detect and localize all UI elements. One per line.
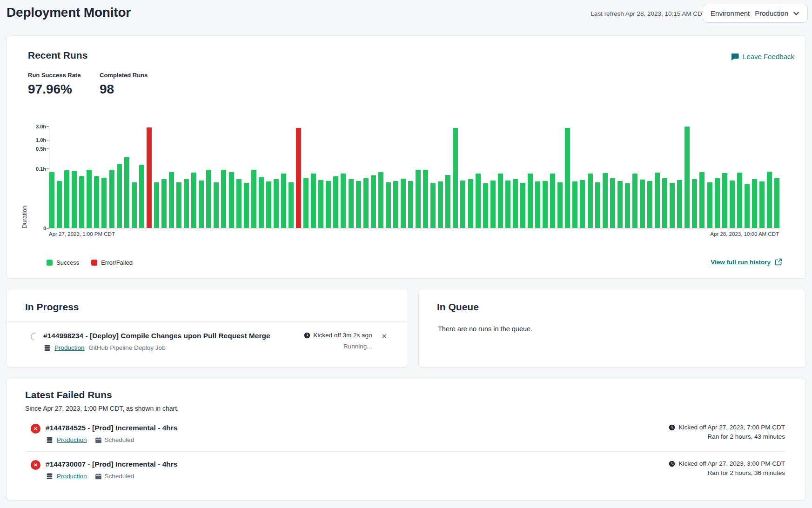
chart-bar[interactable] bbox=[281, 174, 286, 228]
chart-bar[interactable] bbox=[161, 179, 167, 228]
chart-bar[interactable] bbox=[236, 179, 242, 228]
chart-bar[interactable] bbox=[386, 182, 391, 228]
chart-bar[interactable] bbox=[371, 175, 376, 228]
chart-bar[interactable] bbox=[580, 180, 585, 228]
chart-bar[interactable] bbox=[289, 182, 294, 228]
close-icon[interactable]: ✕ bbox=[381, 332, 387, 340]
chart-bar[interactable] bbox=[535, 181, 540, 228]
chart-bar[interactable] bbox=[87, 170, 92, 228]
chart-bar[interactable] bbox=[57, 181, 62, 228]
chart-bar[interactable] bbox=[730, 180, 735, 228]
chart-bar[interactable] bbox=[199, 180, 204, 228]
leave-feedback-link[interactable]: Leave Feedback bbox=[731, 53, 794, 60]
chart-bar[interactable] bbox=[752, 179, 757, 228]
chart-bar[interactable] bbox=[101, 178, 107, 228]
chart-bar[interactable] bbox=[94, 176, 99, 228]
failed-run-environment-link[interactable]: Production bbox=[57, 436, 87, 443]
environment-dropdown[interactable]: Environment Production bbox=[703, 4, 808, 23]
chart-bar[interactable] bbox=[632, 174, 638, 228]
chart-bar[interactable] bbox=[722, 173, 727, 228]
chart-bar[interactable] bbox=[565, 128, 570, 228]
chart-bar[interactable] bbox=[707, 182, 712, 228]
chart-bar[interactable] bbox=[49, 172, 54, 228]
chart-bar[interactable] bbox=[543, 181, 548, 228]
chart-bar[interactable] bbox=[677, 180, 682, 228]
chart-bar[interactable] bbox=[356, 181, 361, 228]
chart-bar[interactable] bbox=[333, 176, 338, 228]
chart-bar[interactable] bbox=[759, 181, 765, 228]
chart-bar[interactable] bbox=[460, 180, 465, 228]
chart-bar[interactable] bbox=[191, 173, 196, 228]
chart-bar[interactable] bbox=[483, 183, 488, 228]
chart-bar[interactable] bbox=[520, 183, 525, 228]
chart-bar[interactable] bbox=[72, 171, 77, 228]
chart-bar[interactable] bbox=[154, 182, 159, 228]
chart-bar[interactable] bbox=[476, 174, 481, 228]
chart-bar[interactable] bbox=[79, 176, 84, 228]
chart-bar[interactable] bbox=[490, 180, 496, 228]
chart-bar[interactable] bbox=[557, 182, 563, 228]
chart-bar[interactable] bbox=[647, 181, 652, 228]
chart-bar[interactable] bbox=[147, 127, 152, 228]
chart-bar[interactable] bbox=[699, 172, 705, 228]
chart-bar[interactable] bbox=[296, 128, 301, 228]
chart-bar[interactable] bbox=[430, 183, 436, 228]
chart-bar[interactable] bbox=[259, 177, 264, 228]
chart-bar[interactable] bbox=[244, 183, 249, 228]
chart-bar[interactable] bbox=[513, 179, 518, 228]
chart-bar[interactable] bbox=[737, 173, 742, 228]
chart-bar[interactable] bbox=[124, 157, 129, 228]
chart-bar[interactable] bbox=[176, 182, 181, 228]
chart-bar[interactable] bbox=[206, 170, 211, 228]
chart-bar[interactable] bbox=[498, 174, 503, 228]
chart-bar[interactable] bbox=[617, 181, 623, 228]
chart-bar[interactable] bbox=[603, 173, 608, 228]
chart-bar[interactable] bbox=[767, 172, 772, 228]
chart-bar[interactable] bbox=[184, 179, 189, 228]
chart-bar[interactable] bbox=[349, 179, 354, 228]
chart-bar[interactable] bbox=[438, 181, 443, 228]
chart-bar[interactable] bbox=[550, 174, 555, 228]
chart-bar[interactable] bbox=[588, 174, 593, 228]
chart-bar[interactable] bbox=[416, 170, 421, 228]
chart-bar[interactable] bbox=[528, 174, 533, 228]
chart-bar[interactable] bbox=[401, 179, 406, 228]
chart-bar[interactable] bbox=[468, 179, 473, 228]
chart-bar[interactable] bbox=[640, 180, 645, 228]
chart-bar[interactable] bbox=[692, 179, 697, 228]
failed-run-environment-link[interactable]: Production bbox=[57, 473, 87, 480]
chart-bar[interactable] bbox=[774, 178, 779, 228]
chart-bar[interactable] bbox=[214, 182, 219, 228]
chart-bar[interactable] bbox=[341, 174, 346, 228]
chart-bar[interactable] bbox=[745, 184, 750, 228]
chart-bar[interactable] bbox=[132, 182, 137, 228]
chart-bar[interactable] bbox=[378, 172, 383, 228]
chart-bar[interactable] bbox=[453, 128, 458, 228]
chart-bar[interactable] bbox=[229, 172, 234, 228]
chart-bar[interactable] bbox=[715, 178, 720, 228]
chart-bar[interactable] bbox=[363, 178, 369, 228]
chart-bar[interactable] bbox=[318, 180, 323, 228]
chart-bar[interactable] bbox=[655, 173, 660, 228]
in-progress-environment-link[interactable]: Production bbox=[54, 344, 85, 351]
chart-bar[interactable] bbox=[408, 181, 413, 228]
chart-bar[interactable] bbox=[169, 172, 174, 228]
chart-bar[interactable] bbox=[505, 180, 510, 228]
chart-bar[interactable] bbox=[251, 170, 256, 228]
chart-bar[interactable] bbox=[595, 182, 600, 228]
chart-bar[interactable] bbox=[303, 178, 309, 228]
chart-bar[interactable] bbox=[221, 170, 226, 228]
chart-bar[interactable] bbox=[326, 181, 331, 228]
chart-bar[interactable] bbox=[274, 179, 279, 228]
chart-bar[interactable] bbox=[64, 170, 69, 228]
chart-bar[interactable] bbox=[684, 127, 690, 228]
chart-bar[interactable] bbox=[610, 178, 615, 228]
chart-bar[interactable] bbox=[445, 175, 450, 228]
chart-bar[interactable] bbox=[662, 178, 667, 228]
chart-bar[interactable] bbox=[423, 170, 428, 228]
chart-bar[interactable] bbox=[393, 181, 398, 228]
chart-bar[interactable] bbox=[572, 181, 577, 228]
chart-bar[interactable] bbox=[139, 165, 144, 228]
chart-bar[interactable] bbox=[117, 164, 122, 228]
chart-bar[interactable] bbox=[109, 170, 114, 228]
